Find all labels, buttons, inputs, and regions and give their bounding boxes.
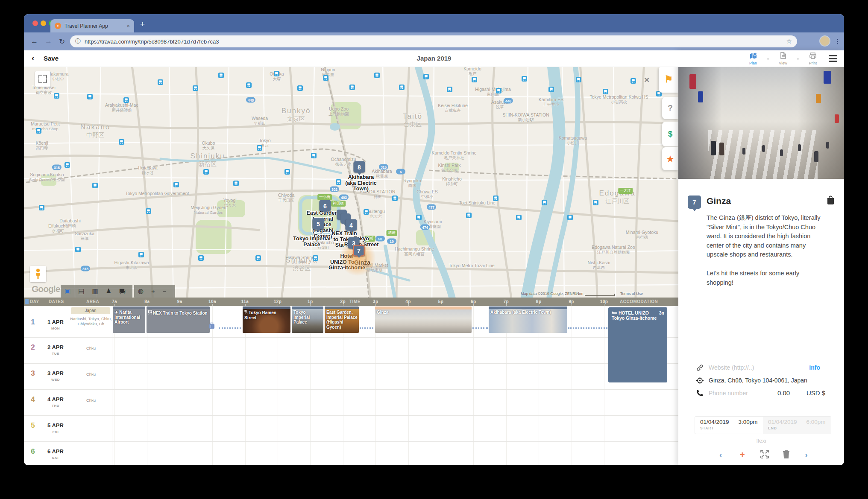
url-text[interactable]: https://travaa.com/my/trip/5c80987bf2071… bbox=[85, 38, 786, 45]
browser-toolbar: ← → ↻ ⓘ https://travaa.com/my/trip/5c809… bbox=[24, 32, 844, 50]
flexi-label: flexi bbox=[678, 438, 844, 444]
end-datetime[interactable]: 01/04/20196:00pm END bbox=[763, 417, 831, 434]
hotel-name: HOTEL UNIZO bbox=[612, 310, 664, 315]
prev-place-button[interactable]: ‹ bbox=[719, 450, 722, 460]
layers-icon: ▤ bbox=[78, 287, 84, 295]
map-attribution: Map data ©2019 Google, ZENRIN bbox=[521, 292, 579, 296]
map-canvas[interactable]: Nakamura中村中Toritsukasei都立家政Maruetsu Peti… bbox=[24, 67, 678, 298]
route-shield: 6 bbox=[396, 169, 405, 175]
map-place-label: Tokyo Metropolitan Koiwa HS小岩高校 bbox=[589, 94, 648, 105]
day-row-4[interactable]: 44 APRTHUChku bbox=[24, 389, 678, 415]
map-close-icon[interactable]: × bbox=[644, 75, 649, 85]
train-station-icon bbox=[233, 180, 239, 186]
timeline-event[interactable]: Tokyo Imperial Palace bbox=[292, 306, 323, 333]
nav-view-button[interactable]: View bbox=[775, 52, 791, 65]
day-row-5[interactable]: 55 APRFRI bbox=[24, 415, 678, 441]
side-tab-help-icon[interactable]: ? bbox=[662, 97, 678, 119]
hour-label: 11a bbox=[241, 299, 249, 304]
map-marker-5[interactable]: 5 bbox=[313, 218, 324, 230]
road-name-pill: 箱崎 bbox=[387, 230, 397, 236]
timeline-event[interactable]: NEX Train to Tokyo Station bbox=[147, 306, 210, 333]
travel-link-dots bbox=[219, 327, 241, 329]
map-marker-4[interactable]: 4 bbox=[346, 219, 357, 231]
window-close-button[interactable] bbox=[32, 20, 38, 26]
zoom-out-icon: − bbox=[163, 288, 167, 295]
timeline-event[interactable]: ✈ Narita International Airport bbox=[113, 306, 145, 333]
expand-button[interactable] bbox=[760, 450, 769, 461]
timeline-event[interactable]: East Garden, Imperial Palace (Higashi Gy… bbox=[325, 306, 359, 333]
nav-print-button[interactable]: Print bbox=[805, 53, 821, 65]
hour-label: 5p bbox=[438, 299, 444, 304]
start-datetime[interactable]: 01/04/20193:00pm START bbox=[695, 417, 763, 434]
timeline-event[interactable]: Akihabara (aka Electric Town) bbox=[489, 306, 567, 333]
map-place-label: Okubo大久保 bbox=[202, 140, 215, 151]
map-place-label: Keisei Hikifune京成曳舟 bbox=[438, 103, 467, 114]
folded-map-icon: ▥ bbox=[92, 287, 98, 295]
train-station-icon bbox=[548, 86, 554, 92]
info-icon[interactable]: ⓘ bbox=[75, 38, 81, 45]
browser-tab-bar: ✦ Travel Planner App × + bbox=[24, 14, 844, 32]
browser-tab[interactable]: ✦ Travel Planner App × bbox=[50, 19, 134, 32]
info-link[interactable]: info bbox=[809, 364, 820, 371]
map-mode-toolbar[interactable]: ▣▤ ▥♟⛟ bbox=[61, 285, 132, 298]
timeline-event[interactable]: Tokyo Ramen Street bbox=[243, 306, 290, 333]
delete-button[interactable] bbox=[783, 450, 790, 461]
browser-menu-icon[interactable]: ⋮ bbox=[834, 38, 841, 45]
map-zoom-toolbar[interactable]: ◍+− bbox=[134, 285, 175, 298]
train-station-icon bbox=[92, 182, 98, 188]
side-tab-budget-icon[interactable]: $ bbox=[662, 122, 678, 146]
day-row-3[interactable]: 33 APRWEDChku bbox=[24, 363, 678, 389]
map-marker-8[interactable]: 8 bbox=[354, 161, 365, 173]
map-place-label: Komatsugawa小松川 bbox=[559, 135, 587, 146]
new-tab-button[interactable]: + bbox=[140, 20, 145, 28]
currency-label[interactable]: USD $ bbox=[806, 389, 825, 397]
route-shield: 446 bbox=[504, 98, 513, 104]
train-station-icon bbox=[516, 214, 522, 220]
route-shield: 318 bbox=[81, 266, 90, 271]
back-icon[interactable]: ← bbox=[31, 37, 38, 46]
cost-amount[interactable]: 0.00 bbox=[777, 389, 790, 397]
map-place-label: Minami-Gyotoku南行徳 bbox=[626, 230, 658, 240]
map-place-label: Hatagaya幡ヶ谷 bbox=[138, 165, 158, 176]
address-field[interactable]: Ginza, Chūō, Tokyo 104-0061, Japan bbox=[696, 376, 833, 385]
map-place-label: Kinshi Park錦糸公園 bbox=[438, 163, 460, 173]
hour-label: 8a bbox=[144, 299, 150, 304]
timeline-event[interactable]: Ginza bbox=[375, 306, 472, 333]
pegman-icon[interactable] bbox=[30, 266, 46, 282]
shopping-bag-icon bbox=[827, 196, 835, 206]
bookmark-star-icon[interactable]: ☆ bbox=[786, 38, 792, 45]
timeline-scroll-thumb[interactable] bbox=[25, 299, 29, 304]
map-marker-7[interactable]: 7 bbox=[353, 245, 365, 257]
hour-label: 9p bbox=[569, 299, 574, 304]
map-place-label: Tokyo Metropolitan Government bbox=[126, 191, 189, 196]
hour-label: 10p bbox=[600, 299, 608, 304]
map-marker-6[interactable]: 6 bbox=[320, 200, 331, 212]
app-menu-icon[interactable] bbox=[829, 55, 837, 64]
tab-close-icon[interactable]: × bbox=[126, 23, 130, 29]
add-button[interactable]: + bbox=[740, 450, 745, 460]
side-tab-favorites-icon[interactable]: ★ bbox=[662, 147, 678, 170]
map-fullscreen-button[interactable] bbox=[35, 71, 50, 87]
map-place-label: Suitengu水天宮 bbox=[367, 209, 384, 219]
url-bar[interactable]: ⓘ https://travaa.com/my/trip/5c80987bf20… bbox=[70, 35, 797, 47]
map-place-label: Kōenji高円寺 bbox=[35, 140, 48, 151]
train-station-icon bbox=[593, 199, 598, 205]
luggage-icon bbox=[208, 322, 215, 331]
route-shield: 315 bbox=[379, 164, 388, 170]
train-station-icon bbox=[218, 72, 224, 78]
map-terms-link[interactable]: Terms of Use bbox=[620, 292, 643, 296]
travel-link-dots bbox=[568, 327, 607, 329]
accommodation-block[interactable]: HOTEL UNIZO Tokyo Ginza-itchome 3n bbox=[608, 307, 667, 382]
side-tab-flag-icon[interactable]: ⚑ bbox=[659, 66, 678, 93]
refresh-icon[interactable]: ↻ bbox=[59, 37, 65, 46]
forward-icon[interactable]: → bbox=[45, 37, 52, 46]
day-row-6[interactable]: 66 APRSAT bbox=[24, 441, 678, 465]
profile-avatar[interactable] bbox=[819, 35, 830, 47]
nav-plan-button[interactable]: Plan bbox=[745, 53, 761, 65]
window-minimize-button[interactable] bbox=[41, 20, 46, 26]
day-row-2[interactable]: 22 APRTUEChku bbox=[24, 337, 678, 363]
browser-window: ✦ Travel Planner App × + ← → ↻ ⓘ https:/… bbox=[24, 14, 844, 465]
col-time-label: TIME bbox=[349, 299, 361, 304]
next-place-button[interactable]: › bbox=[805, 450, 808, 460]
map-place-label: Maruetsu Petitmatochō Shop bbox=[31, 121, 60, 131]
